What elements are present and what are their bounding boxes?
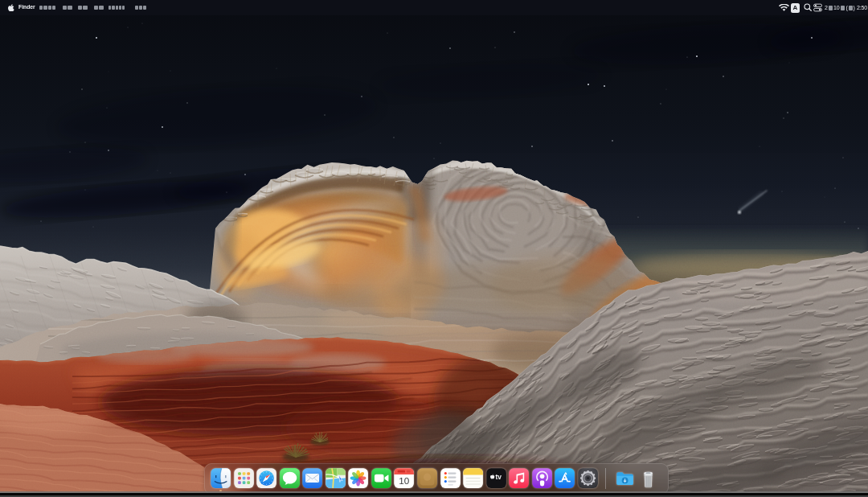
svg-text:10: 10 — [399, 475, 410, 486]
svg-text:tv: tv — [495, 473, 502, 481]
